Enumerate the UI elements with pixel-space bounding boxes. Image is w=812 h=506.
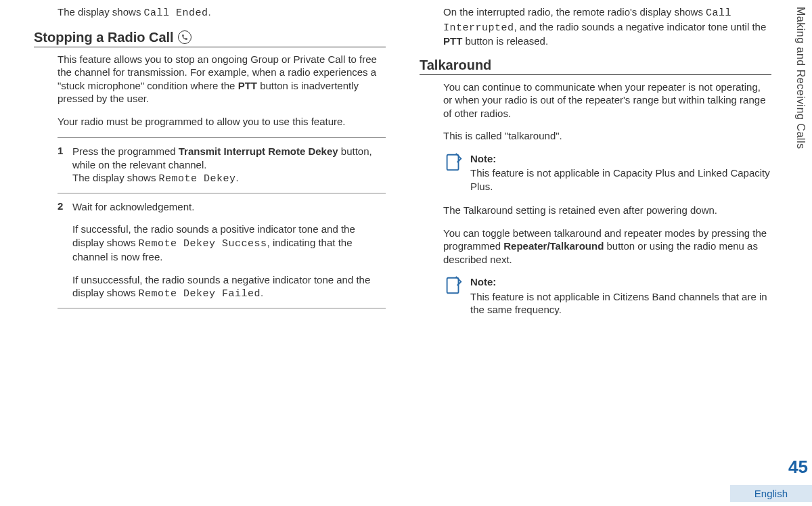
left-column: The display shows Call Ended. Stopping a…	[27, 0, 399, 506]
svg-rect-0	[447, 154, 459, 170]
note-2: Note: This feature is not applicable in …	[443, 275, 771, 318]
text: .	[236, 172, 239, 183]
talkaround-para-3: The Talkaround setting is retained even …	[420, 204, 771, 217]
code-remote-dekey-success: Remote Dekey Success	[139, 238, 267, 250]
code-call-ended: Call Ended	[144, 7, 208, 19]
svg-rect-1	[447, 278, 459, 294]
language-tab: English	[730, 485, 812, 502]
step-2: 2 Wait for acknowledgement. If successfu…	[58, 193, 386, 308]
text: .	[261, 287, 263, 298]
step-2-lead: Wait for acknowledgement.	[72, 200, 386, 214]
talkaround-para-1: You can continue to communicate when you…	[420, 80, 771, 120]
stop-para-2: Your radio must be programmed to allow y…	[34, 115, 386, 129]
bold-ptt: PTT	[238, 80, 257, 91]
step-body: Press the programmed Transmit Interrupt …	[72, 145, 386, 186]
text: .	[208, 6, 211, 18]
text: The display shows	[58, 6, 144, 18]
heading-stopping-radio-call: Stopping a Radio Call	[34, 30, 386, 47]
step-number: 1	[58, 145, 72, 186]
text: On the interrupted radio, the remote rad…	[443, 6, 706, 18]
stop-para-1: This feature allows you to stop an ongoi…	[34, 53, 386, 106]
step-2-success: If successful, the radio sounds a positi…	[72, 223, 386, 264]
steps-list: 1 Press the programmed Transmit Interrup…	[58, 137, 386, 308]
display-call-ended: The display shows Call Ended.	[34, 5, 386, 20]
code-remote-dekey-failed: Remote Dekey Failed	[139, 288, 261, 300]
text: button is released.	[462, 35, 548, 47]
step-1-text: Press the programmed Transmit Interrupt …	[72, 145, 386, 186]
code-remote-dekey: Remote Dekey	[159, 173, 236, 185]
step-2-fail: If unsuccessful, the radio sounds a nega…	[72, 273, 386, 301]
note-text: This feature is not applicable in Capaci…	[470, 166, 771, 193]
phone-icon	[178, 30, 191, 44]
bold-repeater-talkaround: Repeater/Talkaround	[503, 240, 604, 252]
note-body: Note: This feature is not applicable in …	[470, 152, 771, 195]
text: The display shows	[72, 172, 159, 183]
note-icon	[443, 275, 464, 296]
note-label: Note:	[470, 152, 771, 166]
note-text: This feature is not applicable in Citize…	[470, 290, 771, 317]
note-1: Note: This feature is not applicable in …	[443, 152, 771, 195]
interrupted-radio-para: On the interrupted radio, the remote rad…	[420, 5, 771, 48]
page-number: 45	[788, 457, 808, 478]
side-tab-label: Making and Receiving Calls	[794, 7, 807, 149]
note-body: Note: This feature is not applicable in …	[470, 275, 771, 318]
heading-talkaround: Talkaround	[420, 58, 771, 75]
talkaround-para-4: You can toggle between talkaround and re…	[420, 227, 771, 267]
note-label: Note:	[470, 275, 771, 289]
bold-transmit-interrupt: Transmit Interrupt Remote Dekey	[179, 145, 338, 157]
step-body: Wait for acknowledgement. If successful,…	[72, 200, 386, 301]
heading-text: Stopping a Radio Call	[34, 30, 174, 45]
text: , and the radio sounds a negative indica…	[514, 21, 767, 32]
bold-ptt: PTT	[443, 35, 462, 47]
text: Press the programmed	[72, 145, 179, 157]
heading-text: Talkaround	[420, 58, 491, 73]
note-icon	[443, 152, 464, 172]
right-column: On the interrupted radio, the remote rad…	[399, 0, 785, 506]
page-content: The display shows Call Ended. Stopping a…	[0, 0, 812, 506]
step-number: 2	[58, 200, 72, 301]
step-1: 1 Press the programmed Transmit Interrup…	[58, 137, 386, 193]
talkaround-para-2: This is called "talkaround".	[420, 129, 771, 143]
